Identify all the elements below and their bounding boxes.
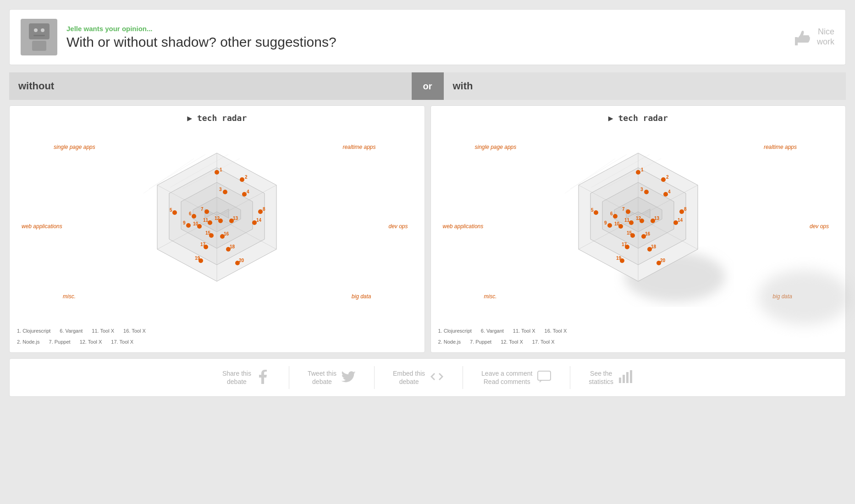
svg-point-80 bbox=[644, 190, 649, 194]
svg-text:12: 12 bbox=[636, 216, 641, 221]
svg-point-26 bbox=[242, 192, 247, 197]
tweet-button[interactable]: Tweet thisdebate bbox=[308, 369, 356, 386]
svg-point-96 bbox=[629, 220, 634, 225]
legend-item: 16. Tool X bbox=[545, 328, 567, 334]
avatar bbox=[21, 19, 57, 55]
legend-item: 17. Tool X bbox=[111, 339, 133, 345]
svg-point-30 bbox=[192, 214, 196, 219]
label-single-page-apps-left: single page apps bbox=[54, 144, 95, 150]
svg-rect-118 bbox=[623, 375, 625, 383]
label-web-applications-right: web applications bbox=[443, 223, 484, 230]
option-left-label[interactable]: without bbox=[9, 72, 412, 100]
svg-point-78 bbox=[661, 177, 666, 182]
statistics-button[interactable]: See thestatistics bbox=[589, 369, 633, 386]
svg-point-76 bbox=[636, 170, 640, 175]
svg-text:8: 8 bbox=[263, 207, 265, 212]
svg-text:5: 5 bbox=[591, 208, 594, 213]
comment-button[interactable]: Leave a commentRead comments bbox=[481, 369, 552, 386]
legend-item: 2. Node.js bbox=[438, 339, 461, 345]
svg-text:17: 17 bbox=[200, 242, 206, 247]
svg-rect-4 bbox=[33, 35, 45, 36]
legend-item: 1. Clojurescript bbox=[438, 328, 472, 334]
divider bbox=[374, 366, 375, 389]
svg-text:7: 7 bbox=[622, 207, 625, 212]
svg-point-34 bbox=[258, 209, 263, 214]
svg-text:5: 5 bbox=[170, 208, 172, 213]
embed-code-icon bbox=[430, 369, 444, 386]
comment-label: Leave a commentRead comments bbox=[481, 369, 532, 386]
svg-rect-117 bbox=[619, 378, 621, 383]
panel-without-shadow: tech radar single page apps realtime app… bbox=[9, 105, 425, 353]
svg-point-82 bbox=[663, 192, 668, 197]
svg-point-24 bbox=[223, 190, 227, 194]
svg-text:18: 18 bbox=[651, 244, 656, 249]
svg-text:6: 6 bbox=[610, 211, 613, 216]
svg-text:14: 14 bbox=[256, 218, 262, 223]
legend-item: 17. Tool X bbox=[532, 339, 555, 345]
share-label: Share thisdebate bbox=[222, 369, 251, 386]
radar-chart-right: single page apps realtime apps web appli… bbox=[438, 130, 838, 323]
header-card: Jelle wants your opinion... With or with… bbox=[9, 9, 846, 65]
svg-rect-1 bbox=[32, 41, 46, 51]
panel-right-title: tech radar bbox=[438, 113, 838, 123]
or-divider: or bbox=[412, 72, 444, 100]
embed-button[interactable]: Embed thisdebate bbox=[393, 369, 444, 386]
svg-text:11: 11 bbox=[624, 218, 630, 223]
legend-right-2: 2. Node.js 7. Puppet 12. Tool X 17. Tool… bbox=[438, 339, 838, 345]
header-title: With or without shadow? other suggestion… bbox=[66, 34, 794, 50]
embed-label: Embed thisdebate bbox=[393, 369, 425, 386]
option-right-label[interactable]: with bbox=[444, 72, 846, 100]
svg-text:3: 3 bbox=[640, 187, 643, 192]
svg-point-88 bbox=[626, 209, 630, 214]
legend-item: 12. Tool X bbox=[80, 339, 102, 345]
svg-point-2 bbox=[34, 28, 38, 32]
svg-rect-120 bbox=[630, 370, 632, 383]
share-button[interactable]: Share thisdebate bbox=[222, 369, 270, 386]
nice-work-button[interactable]: Nicework bbox=[794, 27, 834, 47]
statistics-label: See thestatistics bbox=[589, 369, 613, 386]
facebook-icon bbox=[256, 369, 270, 386]
svg-point-22 bbox=[240, 177, 244, 182]
or-bar: without or with bbox=[9, 72, 846, 100]
svg-text:4: 4 bbox=[247, 189, 249, 194]
svg-text:11: 11 bbox=[203, 218, 209, 223]
label-misc-left: misc. bbox=[63, 293, 76, 300]
svg-point-86 bbox=[613, 214, 618, 219]
svg-text:10: 10 bbox=[193, 221, 199, 226]
svg-text:7: 7 bbox=[201, 207, 204, 212]
svg-point-3 bbox=[41, 28, 44, 32]
legend-item: 11. Tool X bbox=[92, 328, 114, 334]
legend-item: 12. Tool X bbox=[501, 339, 523, 345]
svg-text:20: 20 bbox=[239, 258, 244, 263]
legend-right: 1. Clojurescript 6. Vargant 11. Tool X 1… bbox=[438, 328, 838, 334]
divider bbox=[463, 366, 463, 389]
svg-text:2: 2 bbox=[666, 175, 669, 180]
svg-text:2: 2 bbox=[245, 175, 248, 180]
radar-chart-left: single page apps realtime apps web appli… bbox=[17, 130, 417, 323]
legend-item: 1. Clojurescript bbox=[17, 328, 50, 334]
label-dev-ops-right: dev ops bbox=[810, 223, 829, 230]
legend-left-2: 2. Node.js 7. Puppet 12. Tool X 17. Tool… bbox=[17, 339, 417, 345]
svg-text:12: 12 bbox=[215, 216, 220, 221]
svg-text:8: 8 bbox=[684, 207, 687, 212]
svg-text:16: 16 bbox=[645, 231, 651, 236]
svg-text:13: 13 bbox=[654, 216, 660, 221]
label-realtime-apps-left: realtime apps bbox=[342, 144, 375, 150]
label-big-data-right: big data bbox=[772, 293, 792, 300]
svg-text:19: 19 bbox=[616, 256, 622, 261]
svg-text:9: 9 bbox=[183, 220, 186, 225]
legend-item: 16. Tool X bbox=[123, 328, 146, 334]
comment-icon bbox=[537, 369, 552, 386]
svg-text:9: 9 bbox=[604, 220, 607, 225]
svg-rect-119 bbox=[626, 372, 629, 383]
svg-point-32 bbox=[204, 209, 209, 214]
label-big-data-left: big data bbox=[352, 293, 371, 300]
svg-text:13: 13 bbox=[233, 216, 238, 221]
svg-text:18: 18 bbox=[230, 244, 235, 249]
legend-item: 2. Node.js bbox=[17, 339, 40, 345]
svg-text:3: 3 bbox=[219, 187, 222, 192]
svg-point-90 bbox=[679, 209, 684, 214]
panel-left-title: tech radar bbox=[17, 113, 417, 123]
svg-text:20: 20 bbox=[660, 258, 666, 263]
svg-text:10: 10 bbox=[614, 221, 620, 226]
